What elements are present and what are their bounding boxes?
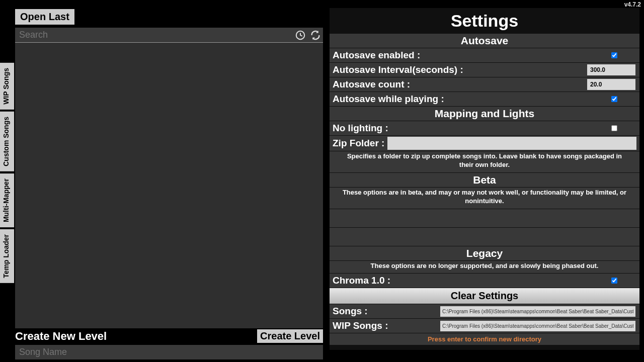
main-left-panel: Open Last Create New Level Create Level <box>15 9 323 357</box>
create-section: Create New Level Create Level <box>15 329 323 359</box>
songs-path-label: Songs : <box>333 306 368 317</box>
no-lighting-checkbox[interactable] <box>611 125 617 131</box>
tab-custom-songs[interactable]: Custom Songs <box>0 112 14 171</box>
songs-path-input[interactable] <box>440 306 635 317</box>
search-row <box>15 28 323 43</box>
autosave-interval-input[interactable] <box>587 64 635 75</box>
autosave-count-label: Autosave count : <box>333 79 410 90</box>
beta-empty-row <box>330 209 639 227</box>
song-list <box>15 43 323 328</box>
settings-panel: Settings Autosave Autosave enabled : Aut… <box>330 8 639 350</box>
settings-title: Settings <box>330 8 639 34</box>
create-title: Create New Level <box>15 330 107 343</box>
zip-folder-input[interactable] <box>387 137 636 150</box>
zip-folder-desc: Specifies a folder to zip up complete so… <box>330 151 639 172</box>
sidebar-tabs: WIP Songs Custom Songs Multi-Mapper Temp… <box>0 63 14 285</box>
mapping-header: Mapping and Lights <box>330 107 639 121</box>
autosave-enabled-checkbox[interactable] <box>611 52 617 58</box>
settings-body[interactable]: Autosave Autosave enabled : Autosave Int… <box>330 34 639 345</box>
autosave-enabled-label: Autosave enabled : <box>333 50 420 61</box>
autosave-interval-label: Autosave Interval(seconds) : <box>333 64 463 75</box>
tab-wip-songs[interactable]: WIP Songs <box>0 63 14 110</box>
beta-desc: These options are in beta, and may or ma… <box>330 188 639 209</box>
autosave-playing-label: Autosave while playing : <box>333 94 444 105</box>
clear-settings-button[interactable]: Clear Settings <box>330 288 639 304</box>
chroma-checkbox[interactable] <box>611 278 617 284</box>
legacy-header: Legacy <box>330 246 639 260</box>
refresh-icon[interactable] <box>310 30 321 41</box>
no-lighting-label: No lighting : <box>333 123 388 134</box>
tab-temp-loader[interactable]: Temp Loader <box>0 229 14 283</box>
wip-path-input[interactable] <box>440 321 635 331</box>
beta-empty-row <box>330 228 639 246</box>
song-name-input[interactable] <box>15 345 323 359</box>
autosave-count-input[interactable] <box>587 79 635 90</box>
confirm-directory-msg: Press enter to confirm new directory <box>330 333 639 345</box>
open-last-button[interactable]: Open Last <box>15 9 74 25</box>
legacy-desc: These options are no longer supported, a… <box>330 261 639 274</box>
clock-icon[interactable] <box>295 30 306 41</box>
beta-header: Beta <box>330 173 639 187</box>
autosave-header: Autosave <box>330 34 639 48</box>
version-label: v4.7.2 <box>624 1 641 8</box>
search-input[interactable] <box>15 28 293 42</box>
zip-folder-label: Zip Folder : <box>333 138 384 149</box>
wip-path-label: WIP Songs : <box>333 320 388 331</box>
chroma-label: Chroma 1.0 : <box>333 275 390 286</box>
tab-multi-mapper[interactable]: Multi-Mapper <box>0 173 14 227</box>
create-level-button[interactable]: Create Level <box>257 329 323 343</box>
autosave-playing-checkbox[interactable] <box>611 96 617 102</box>
